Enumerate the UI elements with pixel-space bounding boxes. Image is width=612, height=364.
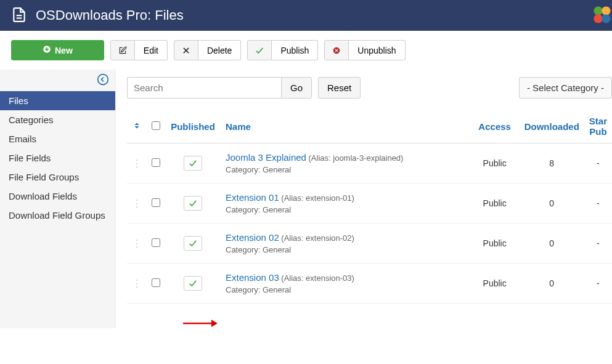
sidebar-item-files[interactable]: Files [0,91,115,110]
app-header: OSDownloads Pro: Files [0,0,612,31]
check-all[interactable] [152,121,160,130]
column-downloaded[interactable]: Downloaded [520,110,584,144]
file-access: Public [470,144,520,184]
publish-button[interactable]: Publish [272,40,318,60]
check-icon [189,199,197,208]
svg-point-3 [602,6,610,15]
check-icon [189,279,197,288]
file-category: Category: General [226,205,465,214]
search-go-button[interactable]: Go [281,77,312,99]
check-icon [189,239,197,248]
file-downloaded: 0 [520,264,584,304]
new-button-label: New [55,46,73,55]
column-start-publishing[interactable]: StarPub [584,110,612,144]
page-title: OSDownloads Pro: Files [36,7,184,23]
edit-button[interactable]: Edit [135,40,168,60]
search-input[interactable] [127,77,281,99]
file-category: Category: General [226,165,465,174]
publish-button-group: Publish [247,40,318,60]
file-alias: (Alias: extension-02) [279,233,354,243]
sort-icon [133,121,141,130]
file-start-publishing: - [584,184,612,224]
file-alias: (Alias: joomla-3-explained) [306,153,404,163]
edit-icon[interactable] [110,40,135,60]
main-panel: Go Reset - Select Category - Published N… [116,70,612,328]
document-icon [11,7,27,25]
file-name-link[interactable]: Extension 03 [226,272,279,283]
file-alias: (Alias: extension-03) [279,273,354,283]
column-name[interactable]: Name [221,110,470,144]
svg-point-5 [602,14,610,23]
published-toggle[interactable] [184,236,202,251]
sidebar-item-download-fields[interactable]: Download Fields [0,187,115,206]
sidebar-item-file-fields[interactable]: File Fields [0,148,115,168]
file-access: Public [470,184,520,224]
file-start-publishing: - [584,264,612,304]
table-row: ⋮Extension 03 (Alias: extension-03)Categ… [127,264,612,304]
sidebar-item-emails[interactable]: Emails [0,129,115,148]
delete-icon[interactable] [174,40,198,60]
joomla-logo-icon [592,5,612,25]
drag-handle-icon[interactable]: ⋮ [132,278,142,289]
file-start-publishing: - [584,224,612,264]
delete-button[interactable]: Delete [198,40,241,60]
search-row: Go Reset - Select Category - [127,77,612,99]
new-button[interactable]: New [11,40,104,60]
unpublish-button-group: Unpublish [324,40,405,60]
check-icon [189,159,197,168]
file-name-link[interactable]: Extension 02 [226,232,279,243]
sidebar-item-categories[interactable]: Categories [0,110,115,129]
sidebar-toggle[interactable] [0,70,115,91]
row-checkbox[interactable] [152,238,160,247]
svg-point-2 [594,6,602,15]
file-name-link[interactable]: Extension 01 [226,192,279,203]
row-checkbox[interactable] [152,158,160,167]
search-reset-button[interactable]: Reset [318,77,361,99]
publish-icon[interactable] [247,40,272,60]
unpublish-icon[interactable] [324,40,349,60]
table-row: ⋮Extension 02 (Alias: extension-02)Categ… [127,224,612,264]
file-access: Public [470,264,520,304]
file-downloaded: 8 [520,144,584,184]
drag-handle-icon[interactable]: ⋮ [132,198,142,209]
drag-handle-icon[interactable]: ⋮ [132,158,142,169]
file-downloaded: 0 [520,184,584,224]
sidebar: FilesCategoriesEmailsFile FieldsFile Fie… [0,70,116,328]
svg-point-4 [594,14,602,23]
search-group: Go [127,77,312,99]
unpublish-button[interactable]: Unpublish [349,40,405,60]
file-name-link[interactable]: Joomla 3 Explained [226,152,306,163]
toolbar: New Edit Delete Publish Unpublish [0,31,612,70]
published-toggle[interactable] [184,276,202,291]
published-toggle[interactable] [184,156,202,171]
file-downloaded: 0 [520,224,584,264]
drag-handle-icon[interactable]: ⋮ [132,238,142,249]
edit-button-group: Edit [110,40,168,60]
column-access[interactable]: Access [470,110,520,144]
row-checkbox[interactable] [152,198,160,207]
sidebar-item-file-field-groups[interactable]: File Field Groups [0,168,115,187]
files-table: Published Name Access Downloaded StarPub… [127,110,612,304]
content-area: FilesCategoriesEmailsFile FieldsFile Fie… [0,70,612,328]
published-toggle[interactable] [184,196,202,211]
column-published[interactable]: Published [165,110,221,144]
file-alias: (Alias: extension-01) [279,193,354,203]
file-category: Category: General [226,285,465,294]
plus-icon [43,45,51,55]
svg-point-12 [98,75,108,85]
file-access: Public [470,224,520,264]
svg-marker-13 [135,123,139,125]
file-category: Category: General [226,245,465,254]
file-start-publishing: - [584,144,612,184]
svg-marker-14 [135,126,139,129]
column-checkall[interactable] [147,110,165,144]
column-sort[interactable] [127,110,147,144]
table-row: ⋮Extension 01 (Alias: extension-01)Categ… [127,184,612,224]
table-row: ⋮Joomla 3 Explained (Alias: joomla-3-exp… [127,144,612,184]
chevron-left-circle-icon [97,73,109,86]
sidebar-item-download-field-groups[interactable]: Download Field Groups [0,206,115,225]
delete-button-group: Delete [174,40,241,60]
category-select[interactable]: - Select Category - [519,77,612,99]
row-checkbox[interactable] [152,278,160,287]
